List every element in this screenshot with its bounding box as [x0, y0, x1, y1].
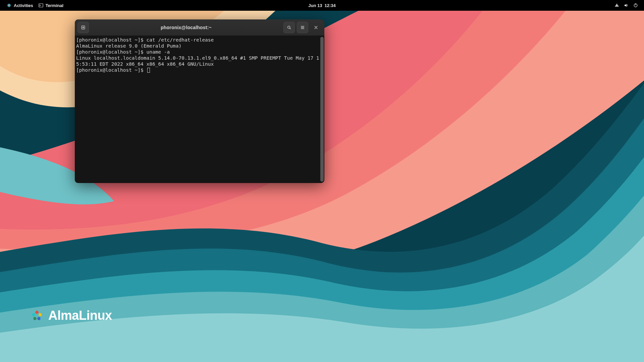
distro-brand-name: AlmaLinux — [48, 308, 112, 323]
terminal-line: AlmaLinux release 9.0 (Emerald Puma) — [76, 43, 181, 49]
terminal-viewport[interactable]: [phoronix@localhost ~]$ cat /etc/redhat-… — [75, 36, 324, 183]
terminal-titlebar[interactable]: phoronix@localhost:~ — [75, 19, 324, 36]
activities-label: Activities — [14, 3, 33, 8]
svg-point-1 — [8, 5, 10, 6]
gnome-top-panel: Activities Terminal Jun 13 12:34 — [0, 0, 644, 11]
distro-brand: AlmaLinux — [30, 308, 112, 323]
close-button[interactable] — [310, 22, 322, 33]
terminal-line: Linux localhost.localdomain 5.14.0-70.13… — [76, 55, 319, 67]
active-app-label: Terminal — [46, 3, 63, 8]
new-tab-icon — [81, 25, 86, 30]
clock-button[interactable]: Jun 13 12:34 — [308, 3, 335, 8]
terminal-title: phoronix@localhost:~ — [91, 25, 281, 30]
close-icon — [314, 25, 318, 29]
terminal-line: [phoronix@localhost ~]$ cat /etc/redhat-… — [76, 37, 214, 43]
svg-rect-2 — [39, 4, 43, 7]
search-icon — [287, 25, 291, 30]
distro-logo-icon — [7, 3, 11, 8]
terminal-scrollbar-thumb[interactable] — [320, 37, 324, 182]
almalinux-logo-icon — [30, 309, 44, 322]
svg-rect-4 — [635, 3, 636, 5]
terminal-icon — [39, 3, 43, 8]
terminal-line: [phoronix@localhost ~]$ — [76, 67, 147, 73]
panel-date: Jun 13 — [308, 3, 322, 8]
activities-button[interactable]: Activities — [7, 3, 33, 8]
hamburger-icon — [300, 25, 305, 30]
active-app-indicator[interactable]: Terminal — [39, 3, 63, 8]
terminal-output[interactable]: [phoronix@localhost ~]$ cat /etc/redhat-… — [76, 37, 322, 182]
power-status-icon[interactable] — [633, 3, 638, 8]
terminal-scrollbar[interactable] — [320, 37, 324, 182]
menu-button[interactable] — [297, 22, 308, 33]
search-button[interactable] — [283, 22, 295, 33]
panel-time: 12:34 — [324, 3, 335, 8]
terminal-cursor — [147, 68, 150, 73]
new-tab-button[interactable] — [77, 22, 89, 33]
volume-status-icon[interactable] — [624, 3, 629, 8]
terminal-window[interactable]: phoronix@localhost:~ [phoronix@localhost… — [75, 19, 324, 183]
network-status-icon[interactable] — [614, 3, 619, 8]
terminal-line: [phoronix@localhost ~]$ uname -a — [76, 49, 170, 55]
